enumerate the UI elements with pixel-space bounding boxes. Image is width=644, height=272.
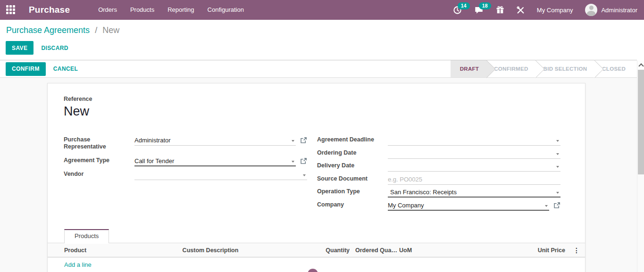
fields-right-column: Agreement Deadline Ordering Date Deliver… (317, 136, 560, 214)
column-header-unit-price[interactable]: Unit Price (456, 247, 568, 254)
purchase-representative-input[interactable]: Administrator (134, 136, 296, 146)
statusbar: DRAFT CONFIRMED BID SELECTION CLOSED (451, 60, 633, 77)
column-header-uom[interactable]: UoM (399, 247, 456, 254)
vendor-label: Vendor (64, 171, 131, 178)
user-avatar (585, 4, 597, 16)
breadcrumb-current: New (102, 25, 119, 35)
gift-button[interactable] (496, 6, 504, 14)
gift-icon (496, 6, 504, 14)
discard-button[interactable]: DISCARD (41, 45, 68, 51)
save-button[interactable]: SAVE (6, 41, 33, 55)
source-document-placeholder: e.g. PO0025 (388, 176, 422, 183)
company-label: Company (317, 201, 384, 208)
vertical-scrollbar[interactable] (637, 60, 644, 272)
reference-label: Reference (64, 96, 92, 102)
cancel-button[interactable]: CANCEL (53, 66, 78, 72)
activities-count-badge: 14 (458, 2, 470, 9)
menu-configuration[interactable]: Configuration (201, 0, 251, 20)
field-agreement-deadline: Agreement Deadline (317, 136, 560, 146)
reference-value[interactable]: New (64, 104, 89, 119)
agreement-type-external-link-icon[interactable] (300, 157, 307, 165)
company-external-link-icon[interactable] (553, 202, 560, 209)
dropdown-caret-icon (556, 192, 559, 194)
messages-count-badge: 18 (479, 2, 491, 9)
notebook-tabs: Products (48, 229, 585, 243)
dropdown-caret-icon (556, 153, 559, 155)
activities-button[interactable]: 14 (453, 6, 462, 15)
app-title[interactable]: Purchase (29, 5, 70, 15)
delivery-date-label: Delivery Date (317, 162, 384, 169)
company-input[interactable]: My Company (388, 201, 549, 211)
products-table-header: Product Custom Description Quantity Orde… (48, 244, 585, 257)
field-ordering-date: Ordering Date (317, 149, 560, 159)
menu-orders[interactable]: Orders (92, 0, 124, 20)
dropdown-caret-icon (292, 140, 294, 142)
field-operation-type: Operation Type San Francisco: Receipts (317, 188, 560, 198)
navbar-right: 14 18 (441, 4, 637, 16)
purchase-form-page: Purchase Orders Products Reporting Confi… (0, 0, 644, 272)
statusbar-step-draft[interactable]: DRAFT (451, 60, 486, 77)
scrollbar-thumb[interactable] (638, 70, 644, 174)
ordering-date-input[interactable] (388, 149, 560, 159)
ordering-date-label: Ordering Date (317, 149, 384, 157)
operation-type-label: Operation Type (317, 188, 384, 195)
confirm-button[interactable]: CONFIRM (6, 62, 46, 76)
dropdown-caret-icon (556, 166, 559, 168)
field-purchase-representative: Purchase Representative Administrator (64, 136, 307, 146)
optional-columns-icon[interactable]: ⋮ (568, 247, 585, 254)
source-document-label: Source Document (317, 175, 384, 182)
column-header-ordered-quantity[interactable]: Ordered Quantity (350, 247, 399, 254)
messages-button[interactable]: 18 (474, 6, 484, 15)
breadcrumb: Purchase Agreements / New (6, 25, 119, 35)
tools-icon (517, 6, 525, 14)
top-navbar: Purchase Orders Products Reporting Confi… (0, 0, 644, 20)
dropdown-caret-icon (545, 205, 548, 207)
breadcrumb-separator: / (95, 25, 97, 35)
user-name: Administrator (601, 7, 637, 14)
column-header-quantity[interactable]: Quantity (265, 247, 350, 254)
menu-products[interactable]: Products (124, 0, 161, 20)
agreement-type-label: Agreement Type (64, 157, 131, 164)
dropdown-caret-icon (556, 140, 559, 142)
statusbar-step-bid-selection[interactable]: BID SELECTION (536, 60, 595, 77)
purchase-representative-label: Purchase Representative (64, 136, 131, 150)
column-header-product[interactable]: Product (48, 247, 156, 254)
add-a-line-link[interactable]: Add a line (64, 261, 92, 268)
purchase-representative-external-link-icon[interactable] (300, 137, 307, 144)
record-actions: SAVE DISCARD (6, 41, 68, 55)
dropdown-caret-icon (292, 161, 294, 163)
main-menu: Orders Products Reporting Configuration (92, 0, 251, 20)
agreement-deadline-label: Agreement Deadline (317, 136, 384, 143)
menu-reporting[interactable]: Reporting (161, 0, 201, 20)
fields-left-column: Purchase Representative Administrator Ag… (64, 136, 307, 184)
field-company: Company My Company (317, 201, 560, 211)
vendor-input[interactable] (134, 171, 307, 180)
control-panel: Purchase Agreements / New SAVE DISCARD (0, 20, 644, 60)
form-view-area: Reference New Purchase Representative Ad… (0, 78, 637, 272)
breadcrumb-parent-link[interactable]: Purchase Agreements (6, 25, 90, 35)
field-agreement-type: Agreement Type Call for Tender (64, 157, 307, 166)
user-menu[interactable]: Administrator (585, 4, 637, 16)
apps-menu-icon[interactable] (6, 5, 16, 15)
field-vendor: Vendor (64, 171, 307, 180)
agreement-type-input[interactable]: Call for Tender (134, 157, 296, 166)
agreement-deadline-input[interactable] (388, 136, 560, 146)
delivery-date-input[interactable] (388, 162, 560, 172)
form-sheet: Reference New Purchase Representative Ad… (47, 83, 585, 272)
company-switcher[interactable]: My Company (537, 7, 573, 14)
column-header-custom-description[interactable]: Custom Description (156, 247, 265, 254)
scrollbar-up-arrow[interactable] (637, 60, 644, 70)
field-delivery-date: Delivery Date (317, 162, 560, 172)
dropdown-caret-icon (303, 174, 306, 176)
source-document-input[interactable]: e.g. PO0025 (388, 175, 560, 185)
operation-type-select[interactable]: San Francisco: Receipts (388, 188, 560, 198)
tools-button[interactable] (517, 6, 525, 14)
field-source-document: Source Document e.g. PO0025 (317, 175, 560, 185)
workflow-toolbar: CONFIRM CANCEL DRAFT CONFIRMED BID SELEC… (0, 60, 637, 78)
tab-products[interactable]: Products (64, 229, 109, 243)
